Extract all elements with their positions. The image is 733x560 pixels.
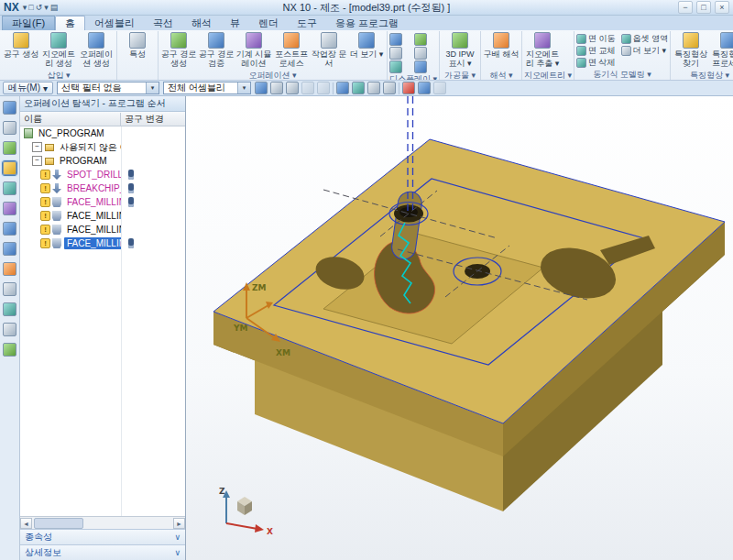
undo-icon[interactable]: ↺ bbox=[35, 3, 44, 12]
midpoint-snap-icon[interactable] bbox=[286, 82, 299, 94]
chevron-down-icon[interactable]: ∨ bbox=[174, 548, 181, 557]
reuse-library-icon[interactable] bbox=[3, 202, 16, 215]
scroll-right-button[interactable]: ► bbox=[173, 518, 185, 529]
tree-row-FACE_MILLING[interactable]: !FACE_MILLING bbox=[20, 195, 185, 209]
postprocess-button[interactable]: 포스트프로세스 bbox=[273, 31, 310, 68]
manufacturing-wizard-icon[interactable] bbox=[3, 302, 16, 316]
tab-home[interactable]: 홈 bbox=[55, 16, 85, 30]
properties-label: 특성 bbox=[129, 49, 146, 59]
section-dependencies[interactable]: 종속성∨ bbox=[20, 529, 185, 544]
hd3d-tools-icon[interactable] bbox=[3, 222, 16, 236]
machine-tool-navigator-icon[interactable] bbox=[3, 181, 16, 195]
more-operation-button[interactable]: 더 보기 ▾ bbox=[348, 31, 385, 59]
quadrant-snap-icon[interactable] bbox=[336, 82, 349, 94]
create-operation-button[interactable]: 오퍼레이션 생성 bbox=[78, 31, 115, 68]
menu-button[interactable]: 메뉴(M) ▾ bbox=[3, 82, 53, 94]
scroll-left-button[interactable]: ◄ bbox=[20, 518, 32, 529]
tab-render[interactable]: 렌더 bbox=[249, 16, 288, 30]
constraint-navigator-icon[interactable] bbox=[3, 121, 16, 135]
replace-face-button[interactable]: 면 교체 bbox=[576, 45, 616, 57]
tree-row-label: FACE_MILLING_1 bbox=[64, 210, 121, 222]
print-icon[interactable]: ▤ bbox=[49, 3, 60, 12]
offset-region-button[interactable]: 옵셋 영역 bbox=[621, 33, 669, 45]
graphics-viewport[interactable]: ZM YM XM Z X bbox=[186, 96, 733, 560]
selection-scope-combo[interactable]: 전체 어셈블리 ▾ bbox=[163, 82, 251, 94]
intersection-snap-icon[interactable] bbox=[317, 82, 330, 94]
part-navigator-icon[interactable] bbox=[3, 141, 16, 155]
tab-file[interactable]: 파일(F) bbox=[2, 16, 55, 30]
find-features-button[interactable]: 특징형상 찾기 bbox=[673, 31, 709, 68]
process-studio-icon[interactable] bbox=[3, 282, 16, 296]
combo-dropdown-icon[interactable]: ▾ bbox=[146, 82, 159, 93]
expander-icon[interactable]: − bbox=[32, 142, 42, 152]
tree-row-BREAKCHIP_DRILLING[interactable]: !BREAKCHIP_DRILLING bbox=[20, 181, 185, 195]
history-icon[interactable] bbox=[3, 262, 16, 276]
tree-row-FACE_MILLING_3[interactable]: !FACE_MILLING_3 bbox=[20, 236, 185, 250]
tree-row-FACE_MILLING_2[interactable]: !FACE_MILLING_2 bbox=[20, 223, 185, 236]
nx-logo[interactable]: NX bbox=[4, 1, 19, 14]
maximize-button[interactable]: □ bbox=[696, 1, 711, 14]
show-2d-ipw-icon[interactable] bbox=[389, 47, 402, 60]
expander-icon[interactable]: − bbox=[32, 156, 42, 166]
delete-face-button[interactable]: 면 삭제 bbox=[576, 57, 616, 69]
center-snap-icon[interactable] bbox=[301, 82, 314, 94]
minimize-button[interactable]: − bbox=[678, 1, 693, 14]
ipw-3d-button[interactable]: 3D IPW 표시 ▾ bbox=[442, 31, 478, 68]
tab-application[interactable]: 응용 프로그램 bbox=[326, 16, 408, 30]
section-details[interactable]: 상세정보∨ bbox=[20, 544, 185, 560]
scrollbar-thumb[interactable] bbox=[34, 518, 83, 529]
move-face-button[interactable]: 면 이동 bbox=[576, 33, 616, 45]
clear-selection-icon[interactable] bbox=[402, 82, 415, 94]
properties-button[interactable]: 특성 bbox=[119, 31, 156, 59]
draft-analysis-button[interactable]: 구배 해석 bbox=[483, 31, 520, 59]
overlay-display-icon[interactable] bbox=[414, 60, 427, 73]
horizontal-scrollbar[interactable]: ◄ ► bbox=[20, 516, 185, 529]
roles-icon[interactable] bbox=[3, 323, 16, 336]
combo-dropdown-icon[interactable]: ▾ bbox=[237, 82, 250, 93]
create-geometry-button[interactable]: 지오메트리 생성 bbox=[40, 31, 77, 68]
chevron-down-icon[interactable]: ∨ bbox=[174, 533, 181, 542]
system-scenes-icon[interactable] bbox=[3, 343, 16, 357]
highlight-select-icon[interactable] bbox=[418, 82, 431, 94]
edge-select-icon[interactable] bbox=[383, 82, 396, 94]
tree-row-FACE_MILLING_1[interactable]: !FACE_MILLING_1 bbox=[20, 209, 185, 223]
shop-documentation-button[interactable]: 작업장 문서 bbox=[311, 31, 347, 68]
selection-filter-value: 선택 필터 없음 bbox=[61, 82, 122, 94]
feature-process-button[interactable]: 특징형상 프로세스 bbox=[710, 31, 733, 68]
tab-analysis[interactable]: 해석 bbox=[182, 16, 221, 30]
web-browser-icon[interactable] bbox=[3, 242, 16, 256]
tab-curve[interactable]: 곡선 bbox=[144, 16, 182, 30]
endpoint-snap-icon[interactable] bbox=[270, 82, 283, 94]
tree-row-사용되지-않은-아이템[interactable]: −사용되지 않은 아이템 bbox=[20, 140, 185, 154]
show-tool-icon[interactable] bbox=[389, 60, 402, 73]
close-button[interactable]: × bbox=[715, 1, 729, 14]
snap-point-icon[interactable] bbox=[255, 82, 268, 94]
point-on-curve-icon[interactable] bbox=[352, 82, 365, 94]
operation-navigator-icon[interactable] bbox=[3, 161, 16, 175]
navigator-title: 오퍼레이션 탐색기 - 프로그램 순서 bbox=[20, 96, 185, 112]
tree-row-NC_PROGRAM[interactable]: NC_PROGRAM bbox=[20, 126, 185, 140]
tab-tools[interactable]: 도구 bbox=[288, 16, 326, 30]
touch-select-icon[interactable] bbox=[433, 82, 446, 94]
verify-toolpath-button[interactable]: 공구 경로 검증 bbox=[198, 31, 235, 68]
machine-simulation-button[interactable]: 기계 시뮬레이션 bbox=[235, 31, 272, 68]
generate-toolpath-button[interactable]: 공구 경로 생성 bbox=[160, 31, 197, 68]
selection-filter-combo[interactable]: 선택 필터 없음 ▾ bbox=[57, 82, 159, 94]
show-toolpath-icon[interactable] bbox=[389, 33, 402, 46]
ribbon-group-label-display: 디스플레이 ▾ bbox=[389, 73, 437, 81]
more-sync-button[interactable]: 더 보기 ▾ bbox=[621, 45, 669, 57]
tab-view[interactable]: 뷰 bbox=[221, 16, 249, 30]
tree-row-SPOT_DRILLING[interactable]: !SPOT_DRILLING bbox=[20, 168, 185, 181]
tree-row-PROGRAM[interactable]: −PROGRAM bbox=[20, 154, 185, 168]
extract-geometry-button[interactable]: 지오메트리 추출 ▾ bbox=[524, 31, 561, 68]
face-select-icon[interactable] bbox=[367, 82, 380, 94]
column-header-name[interactable]: 이름 bbox=[20, 113, 121, 126]
column-header-tool-change[interactable]: 공구 변경 bbox=[121, 113, 185, 126]
window-switch-icon[interactable]: □ bbox=[27, 3, 34, 12]
assembly-navigator-icon[interactable] bbox=[3, 101, 16, 115]
create-tool-button[interactable]: 공구 생성 bbox=[3, 31, 39, 59]
tab-assemblies[interactable]: 어셈블리 bbox=[85, 16, 144, 30]
display-options-icon[interactable] bbox=[414, 47, 427, 60]
toolpath-replay-icon[interactable] bbox=[414, 33, 427, 46]
redo-dropdown-icon[interactable]: ▾ bbox=[43, 3, 49, 12]
